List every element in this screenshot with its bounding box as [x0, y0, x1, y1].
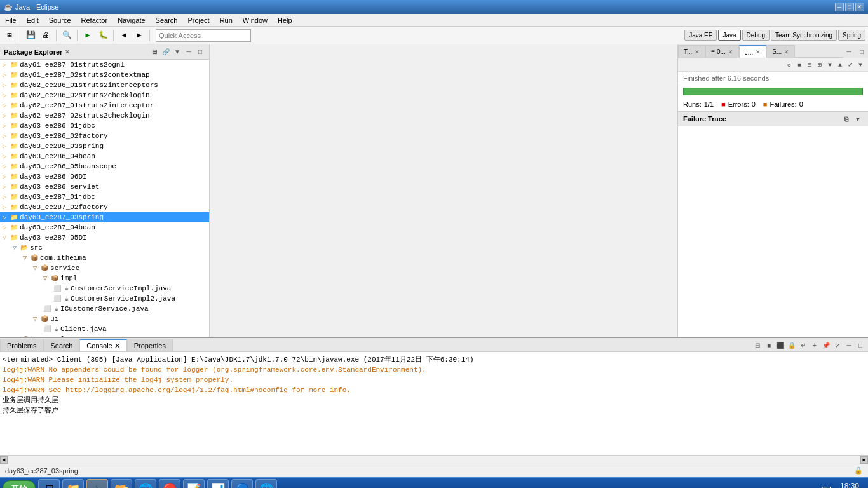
tree-item[interactable]: ▷ 📁 day63_ee286_04bean: [0, 151, 209, 161]
taskbar-eclipse[interactable]: ☕: [86, 479, 108, 488]
tree-item[interactable]: ▷ 📁 day63_ee286_servlet: [0, 182, 209, 192]
taskbar-explorer[interactable]: 📁: [62, 479, 84, 488]
close-button[interactable]: ✕: [855, 3, 864, 11]
maximize-panel-icon[interactable]: □: [195, 47, 205, 57]
console-terminate-icon[interactable]: ⬛: [775, 340, 785, 350]
tree-item[interactable]: ▷ 📁 day63_ee286_01jdbc: [0, 121, 209, 131]
console-open-icon[interactable]: ↗: [832, 340, 843, 350]
menu-navigate[interactable]: Navigate: [112, 14, 150, 26]
minimize-button[interactable]: ─: [835, 3, 844, 11]
tree-item[interactable]: ▷ 📁 day63_ee287_02factory: [0, 202, 209, 212]
tree-item[interactable]: ▷ 📁 day62_ee286_02struts2checklogin: [0, 90, 209, 100]
tab-problems[interactable]: Problems: [0, 339, 43, 351]
failure-trace-menu-icon[interactable]: ▼: [853, 114, 863, 124]
console-stop-icon[interactable]: ■: [764, 340, 774, 350]
tab-close-icon3[interactable]: ✕: [756, 49, 761, 55]
maximize-right-icon[interactable]: □: [857, 46, 867, 57]
package-explorer-tree[interactable]: ▷ 📁 day61_ee287_01struts2ognl ▷ 📁 day61_…: [0, 60, 209, 337]
junit-filter-icon[interactable]: ⊟: [804, 60, 815, 70]
quick-access-search[interactable]: [156, 29, 251, 42]
menu-window[interactable]: Window: [238, 14, 273, 26]
minimize-right-icon[interactable]: ─: [844, 46, 854, 57]
console-clear-icon[interactable]: ⊟: [752, 340, 763, 350]
console-pin-icon[interactable]: 📌: [821, 340, 831, 350]
junit-menu-icon[interactable]: ▼: [855, 60, 865, 70]
tree-item-pkg[interactable]: ▽ 📦 com.itheima: [0, 253, 209, 263]
toolbar-btn-back[interactable]: ◀: [117, 29, 131, 43]
toolbar-btn-1[interactable]: ⊞: [3, 29, 17, 43]
tab-properties[interactable]: Properties: [127, 339, 173, 351]
junit-rerun-icon[interactable]: ↺: [784, 60, 794, 70]
minimize-panel-icon[interactable]: ─: [184, 47, 194, 57]
tree-item-ui[interactable]: ▽ 📦 ui: [0, 314, 209, 324]
tree-item[interactable]: ▷ 📁 day62_ee287_01struts2interceptor: [0, 100, 209, 111]
toolbar-btn-search[interactable]: 🔍: [60, 29, 74, 43]
tab-close-icon2[interactable]: ✕: [728, 49, 733, 55]
tree-item-java2[interactable]: ⬜ ☕ CustomerServiceImpl2.java: [0, 294, 209, 304]
quick-access-input[interactable]: [159, 32, 248, 39]
start-button[interactable]: 开始: [3, 480, 36, 488]
tree-item[interactable]: ▷ 📁 day63_ee286_02factory: [0, 131, 209, 141]
tree-item[interactable]: ▷ 📁 day63_ee286_05beanscope: [0, 161, 209, 172]
taskbar-browser2[interactable]: 🌐: [255, 479, 277, 488]
scroll-right-btn[interactable]: ▶: [860, 456, 868, 464]
tree-item[interactable]: ▷ 📁 day63_ee287_01jdbc: [0, 192, 209, 202]
scroll-left-btn[interactable]: ◀: [0, 456, 8, 464]
collapse-all-icon[interactable]: ⊟: [149, 47, 159, 57]
taskbar-office[interactable]: 📊: [207, 479, 229, 488]
tab-t2[interactable]: ≡ 0... ✕: [705, 45, 739, 58]
menu-source[interactable]: Source: [44, 14, 76, 26]
console-hscrollbar[interactable]: ◀ ▶: [0, 455, 868, 464]
console-minimize-icon[interactable]: ─: [844, 340, 854, 350]
taskbar-browser1[interactable]: 🌐: [135, 479, 156, 488]
junit-prev-icon[interactable]: ▲: [835, 60, 845, 70]
taskbar-word[interactable]: 📝: [183, 479, 205, 488]
view-menu-icon[interactable]: ▼: [172, 47, 182, 57]
toolbar-btn-3[interactable]: 🖨: [39, 29, 53, 43]
junit-stop-icon[interactable]: ■: [794, 60, 804, 70]
maximize-button[interactable]: □: [845, 3, 854, 11]
tab-t1[interactable]: T... ✕: [678, 45, 705, 58]
link-editor-icon[interactable]: 🔗: [161, 47, 171, 57]
tab-console[interactable]: Console ✕: [79, 339, 126, 351]
junit-history-icon[interactable]: ⊞: [815, 60, 825, 70]
console-scroll-lock-icon[interactable]: 🔒: [787, 340, 797, 350]
tab-close-icon[interactable]: ✕: [695, 49, 700, 55]
console-maximize-icon[interactable]: □: [855, 340, 865, 350]
perspective-team-sync[interactable]: Team Synchronizing: [771, 30, 837, 41]
tree-item[interactable]: ▷ 📁 day61_ee287_02struts2contextmap: [0, 70, 209, 80]
toolbar-btn-debug[interactable]: 🐛: [96, 29, 110, 43]
tree-item-java1[interactable]: ⬜ ☕ CustomerServiceImpl.java: [0, 283, 209, 294]
menu-search[interactable]: Search: [151, 14, 183, 26]
tree-item-selected[interactable]: ▷ 📁 day63_ee287_03spring: [0, 212, 209, 222]
menu-refactor[interactable]: Refactor: [76, 14, 113, 26]
tree-item-expanded[interactable]: ▽ 📁 day63_ee287_05DI: [0, 233, 209, 243]
taskbar-app1[interactable]: 🔴: [159, 479, 180, 488]
tab-search[interactable]: Search: [43, 339, 79, 351]
tree-item-java3[interactable]: ⬜ ☕ ICustomerService.java: [0, 304, 209, 314]
tree-item[interactable]: ▷ 📁 day63_ee286_06DI: [0, 172, 209, 182]
tree-item-src[interactable]: ▽ 📂 src: [0, 243, 209, 253]
menu-edit[interactable]: Edit: [22, 14, 44, 26]
package-explorer-close-icon[interactable]: ✕: [65, 49, 70, 55]
toolbar-btn-run[interactable]: ▶: [81, 29, 95, 43]
console-word-wrap-icon[interactable]: ↵: [798, 340, 808, 350]
menu-file[interactable]: File: [0, 14, 22, 26]
taskbar-app2[interactable]: 🔵: [231, 479, 253, 488]
tab-t4[interactable]: S... ✕: [766, 45, 795, 58]
perspective-java-ee[interactable]: Java EE: [684, 30, 717, 41]
tree-item[interactable]: ▷ 📁 day61_ee287_01struts2ognl: [0, 60, 209, 70]
toolbar-btn-forward[interactable]: ▶: [132, 29, 146, 43]
menu-help[interactable]: Help: [273, 14, 297, 26]
perspective-debug[interactable]: Debug: [742, 30, 770, 41]
junit-next-icon[interactable]: ▼: [825, 60, 835, 70]
tree-item[interactable]: ▷ 📁 day62_ee286_01struts2interceptors: [0, 80, 209, 90]
tree-item-client[interactable]: ⬜ ☕ Client.java: [0, 324, 209, 334]
console-new-icon[interactable]: +: [810, 340, 820, 350]
tree-item-impl[interactable]: ▽ 📦 impl: [0, 273, 209, 283]
toolbar-btn-2[interactable]: 💾: [24, 29, 37, 43]
tree-item[interactable]: ▷ 📁 day63_ee286_03spring: [0, 141, 209, 151]
tree-item-service[interactable]: ▽ 📦 service: [0, 263, 209, 273]
tab-close-icon4[interactable]: ✕: [784, 49, 789, 55]
taskbar-files[interactable]: 📂: [111, 479, 132, 488]
